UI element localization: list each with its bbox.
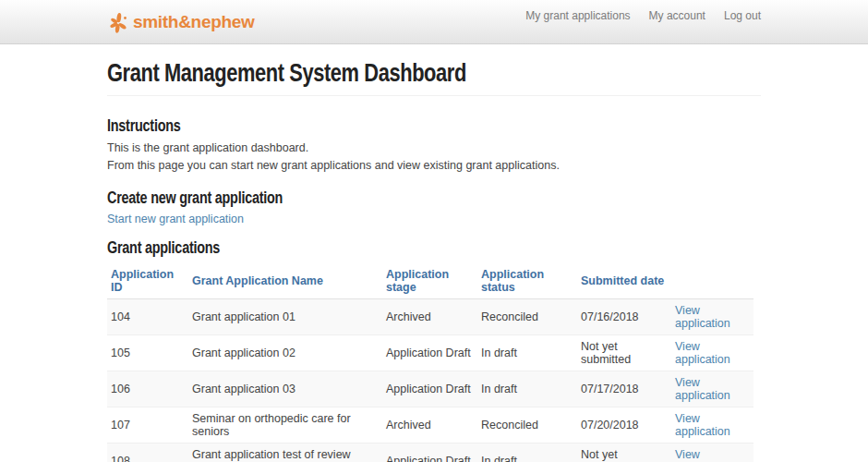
cell-stage: Archived [382,407,477,443]
nav-my-grant-applications[interactable]: My grant applications [525,9,630,43]
cell-stage: Application Draft [382,334,477,371]
title-divider [107,95,761,96]
cell-stage: Application Draft [382,371,477,407]
cell-id: 107 [107,407,188,443]
cell-name: Grant application test of review process [188,443,382,462]
view-application-link[interactable]: View application [675,304,730,330]
cell-submitted: Not yet submitted [577,334,671,371]
applications-table-body: 104Grant application 01ArchivedReconcile… [107,298,753,462]
grant-applications-heading: Grant applications [107,238,630,258]
column-header-actions [671,263,753,299]
cell-id: 104 [107,298,188,334]
column-header-status: Application status [477,263,577,299]
cell-name: Seminar on orthopedic care for seniors [188,407,382,443]
cell-view-application: View application [671,334,753,371]
grant-applications-section: Grant applications Application ID Grant … [107,238,761,462]
cell-id: 106 [107,371,188,407]
cell-view-application: View application [671,298,753,334]
logo-wordmark: smith&nephew [133,12,255,32]
cell-status: In draft [477,334,577,371]
top-header-bar: smith&nephew My grant applications My ac… [0,0,868,44]
cell-status: In draft [477,443,577,462]
cell-status: Reconciled [477,407,577,443]
column-header-name: Grant Application Name [188,263,382,299]
instructions-text: This is the grant application dashboard.… [107,140,761,176]
cell-submitted: 07/17/2018 [577,371,671,407]
cell-view-application: View application [671,407,753,443]
table-header: Application ID Grant Application Name Ap… [107,263,753,299]
cell-submitted: 07/20/2018 [577,407,671,443]
cell-view-application: View application [671,371,753,407]
sunburst-logo-icon [107,11,129,33]
nav-log-out[interactable]: Log out [724,9,761,43]
column-header-submitted-date: Submitted date [577,263,671,299]
nav-my-account[interactable]: My account [649,9,705,43]
table-row: 105Grant application 02Application Draft… [107,334,753,371]
create-application-section: Create new grant application Start new g… [107,188,761,225]
cell-stage: Archived [382,298,477,334]
view-application-link[interactable]: View application [675,412,730,438]
main-content: Grant Management System Dashboard Instru… [107,58,761,462]
cell-stage: Application Draft [382,443,477,462]
view-application-link[interactable]: View application [675,376,730,402]
create-application-heading: Create new grant application [107,188,630,208]
table-row: 108Grant application test of review proc… [107,443,753,462]
instructions-heading: Instructions [107,116,630,136]
cell-submitted: 07/16/2018 [577,298,671,334]
page-title: Grant Management System Dashboard [107,58,617,88]
cell-status: In draft [477,371,577,407]
table-row: 107Seminar on orthopedic care for senior… [107,407,753,443]
table-row: 106Grant application 03Application Draft… [107,371,753,407]
cell-view-application: View application [671,443,753,462]
column-header-application-id: Application ID [107,263,188,299]
instructions-line-1: This is the grant application dashboard. [107,141,308,154]
instructions-section: Instructions This is the grant applicati… [107,116,761,176]
cell-name: Grant application 02 [188,334,382,371]
column-header-stage: Application stage [382,263,477,299]
table-row: 104Grant application 01ArchivedReconcile… [107,298,753,334]
cell-name: Grant application 01 [188,298,382,334]
top-navigation: My grant applications My account Log out [525,0,761,43]
cell-submitted: Not yet submitted [577,443,671,462]
smith-nephew-logo: smith&nephew [107,0,255,43]
grant-applications-table: Application ID Grant Application Name Ap… [107,263,753,462]
view-application-link[interactable]: View application [675,448,730,462]
cell-id: 108 [107,443,188,462]
instructions-line-2: From this page you can start new grant a… [107,159,560,172]
cell-id: 105 [107,334,188,371]
start-new-application-link[interactable]: Start new grant application [107,213,244,225]
cell-status: Reconciled [477,298,577,334]
view-application-link[interactable]: View application [675,340,730,366]
cell-name: Grant application 03 [188,371,382,407]
